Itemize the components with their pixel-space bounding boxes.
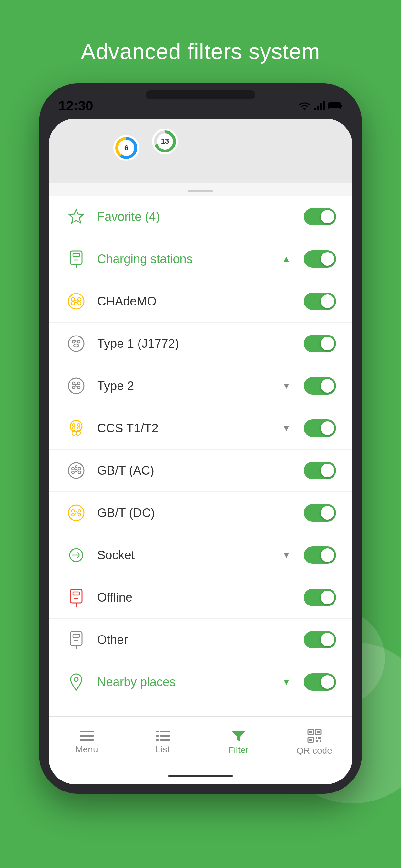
svg-point-37 bbox=[68, 463, 84, 478]
filter-item-gbt-dc[interactable]: GB/T (DC) bbox=[49, 492, 352, 534]
chademo-label: CHAdeMO bbox=[97, 294, 304, 308]
nav-item-qr[interactable]: QR code bbox=[276, 729, 352, 756]
svg-point-25 bbox=[72, 382, 75, 384]
other-toggle[interactable] bbox=[304, 631, 336, 648]
socket-toggle[interactable] bbox=[304, 547, 336, 564]
map-marker-1: 6 bbox=[113, 135, 139, 161]
offline-toggle[interactable] bbox=[304, 589, 336, 606]
filter-item-type1[interactable]: Type 1 (J1772) bbox=[49, 322, 352, 365]
svg-point-32 bbox=[78, 424, 80, 426]
nav-item-list[interactable]: List bbox=[125, 730, 201, 755]
svg-point-40 bbox=[72, 471, 74, 474]
handle-bar bbox=[188, 190, 213, 192]
type2-chevron: ▼ bbox=[282, 381, 291, 391]
filter-icon bbox=[232, 730, 245, 742]
svg-point-20 bbox=[72, 340, 75, 343]
svg-point-29 bbox=[75, 384, 77, 386]
svg-point-34 bbox=[78, 427, 80, 429]
filter-item-type2[interactable]: Type 2 ▼ bbox=[49, 365, 352, 407]
svg-rect-1 bbox=[313, 108, 316, 111]
nav-filter-label: Filter bbox=[228, 745, 248, 755]
type1-label: Type 1 (J1772) bbox=[97, 337, 304, 351]
filter-item-offline[interactable]: Offline bbox=[49, 577, 352, 619]
svg-point-46 bbox=[78, 509, 81, 512]
offline-icon bbox=[65, 586, 88, 609]
svg-rect-53 bbox=[73, 592, 80, 595]
svg-point-42 bbox=[75, 469, 78, 472]
nav-item-filter[interactable]: Filter bbox=[201, 730, 276, 755]
svg-rect-79 bbox=[316, 740, 318, 742]
svg-rect-52 bbox=[70, 589, 82, 603]
filter-item-charging[interactable]: Charging stations ▲ bbox=[49, 238, 352, 280]
home-indicator bbox=[49, 768, 352, 784]
charging-toggle[interactable] bbox=[304, 250, 336, 268]
gbt-dc-icon bbox=[65, 501, 88, 524]
type1-toggle[interactable] bbox=[304, 335, 336, 352]
svg-point-13 bbox=[68, 293, 84, 309]
ccs-chevron: ▼ bbox=[282, 423, 291, 433]
status-time: 12:30 bbox=[58, 98, 93, 114]
map-preview: 6 13 bbox=[49, 119, 352, 183]
chademo-toggle[interactable] bbox=[304, 292, 336, 310]
socket-chevron: ▼ bbox=[282, 550, 291, 560]
svg-rect-65 bbox=[160, 731, 170, 733]
favorite-label: Favorite (4) bbox=[97, 210, 304, 224]
screen: 6 13 Favorite (4) bbox=[49, 119, 352, 784]
filter-item-other[interactable]: Other bbox=[49, 619, 352, 661]
home-bar bbox=[168, 775, 233, 777]
svg-rect-66 bbox=[156, 735, 159, 737]
phone-notch bbox=[146, 90, 255, 99]
type1-icon bbox=[65, 332, 88, 355]
svg-marker-70 bbox=[232, 732, 245, 742]
filter-item-ccs[interactable]: CCS T1/T2 ▼ bbox=[49, 407, 352, 450]
filter-item-chademo[interactable]: CHAdeMO bbox=[49, 280, 352, 322]
svg-rect-9 bbox=[70, 251, 82, 265]
gbt-ac-toggle[interactable] bbox=[304, 462, 336, 479]
svg-rect-61 bbox=[80, 731, 94, 733]
ccs-toggle[interactable] bbox=[304, 420, 336, 437]
svg-point-26 bbox=[78, 382, 80, 384]
nav-item-menu[interactable]: Menu bbox=[49, 730, 125, 755]
page-title: Advanced filters system bbox=[81, 39, 320, 64]
sheet-handle bbox=[49, 183, 352, 196]
svg-point-27 bbox=[72, 386, 75, 389]
svg-rect-64 bbox=[156, 731, 159, 733]
nearby-toggle[interactable] bbox=[304, 673, 336, 691]
svg-rect-68 bbox=[156, 739, 159, 741]
svg-point-47 bbox=[72, 514, 74, 516]
filter-item-gbt-ac[interactable]: GB/T (AC) bbox=[49, 450, 352, 492]
svg-point-33 bbox=[72, 427, 75, 429]
svg-rect-2 bbox=[317, 106, 319, 111]
svg-point-39 bbox=[78, 467, 81, 470]
type2-label: Type 2 bbox=[97, 379, 279, 393]
filter-item-favorite[interactable]: Favorite (4) bbox=[49, 196, 352, 238]
svg-rect-78 bbox=[318, 737, 321, 739]
svg-point-21 bbox=[78, 340, 80, 343]
filter-item-socket[interactable]: Socket ▼ bbox=[49, 534, 352, 577]
svg-point-17 bbox=[78, 302, 81, 305]
filter-item-nearby[interactable]: Nearby places ▼ bbox=[49, 661, 352, 703]
svg-rect-56 bbox=[70, 631, 82, 645]
signal-icon bbox=[313, 101, 325, 111]
svg-rect-63 bbox=[80, 739, 94, 741]
menu-icon bbox=[80, 730, 94, 742]
svg-marker-8 bbox=[69, 210, 83, 223]
list-icon bbox=[156, 730, 170, 742]
battery-icon bbox=[328, 102, 343, 110]
gbt-dc-toggle[interactable] bbox=[304, 504, 336, 522]
svg-point-48 bbox=[78, 514, 81, 516]
svg-rect-4 bbox=[323, 101, 325, 111]
type2-icon bbox=[65, 375, 88, 397]
svg-rect-76 bbox=[309, 739, 312, 741]
type2-toggle[interactable] bbox=[304, 377, 336, 395]
svg-point-18 bbox=[75, 300, 78, 303]
bottom-nav: Menu List bbox=[49, 716, 352, 768]
filter-list[interactable]: Favorite (4) Charging stations ▲ bbox=[49, 196, 352, 716]
svg-point-45 bbox=[72, 509, 74, 512]
svg-rect-69 bbox=[160, 739, 170, 741]
gbt-ac-label: GB/T (AC) bbox=[97, 464, 304, 477]
svg-point-28 bbox=[78, 386, 80, 389]
svg-rect-72 bbox=[309, 731, 312, 733]
other-icon bbox=[65, 628, 88, 651]
favorite-toggle[interactable] bbox=[304, 208, 336, 225]
